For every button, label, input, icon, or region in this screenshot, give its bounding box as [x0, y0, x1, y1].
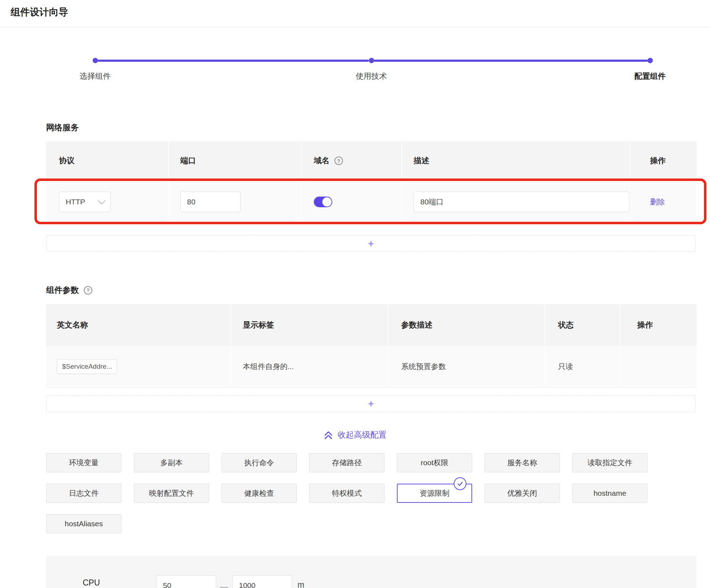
- page-title: 组件设计向导: [11, 6, 68, 18]
- chip-replicas[interactable]: 多副本: [134, 453, 209, 472]
- protocol-select[interactable]: HTTP: [59, 192, 111, 212]
- protocol-cell: HTTP: [46, 180, 169, 223]
- chip-graceful-shutdown[interactable]: 优雅关闭: [485, 484, 560, 503]
- col-header-en-name: 英文名称: [46, 304, 231, 346]
- chip-read-specified-file[interactable]: 读取指定文件: [572, 453, 648, 472]
- cpu-min-input[interactable]: [163, 581, 209, 588]
- stepper-line-2: [374, 60, 648, 62]
- domain-help-icon[interactable]: ?: [334, 156, 343, 165]
- port-cell: [169, 180, 302, 223]
- component-params-title-text: 组件参数: [46, 285, 79, 296]
- collapse-advanced-config-label: 收起高级配置: [338, 429, 387, 440]
- param-label-cell: 本组件自身的...: [231, 346, 388, 387]
- domain-cell: [302, 180, 402, 223]
- port-input[interactable]: [187, 198, 234, 206]
- action-cell: 删除: [630, 180, 697, 223]
- chip-service-name[interactable]: 服务名称: [485, 453, 560, 472]
- network-service-row: HTTP 删除: [46, 180, 697, 224]
- component-design-wizard: 组件设计向导 选择组件 使用技术 配置组件 网络服务 协议 端口 域名 ? 描述: [0, 0, 710, 588]
- chip-map-config-file[interactable]: 映射配置文件: [134, 484, 209, 503]
- cpu-max-input[interactable]: [239, 581, 285, 588]
- col-header-protocol: 协议: [46, 141, 169, 180]
- domain-toggle[interactable]: [314, 197, 332, 207]
- protocol-select-value: HTTP: [66, 198, 85, 206]
- description-input[interactable]: [420, 198, 623, 206]
- param-desc-cell: 系统预置参数: [388, 346, 545, 387]
- toggle-knob: [322, 197, 332, 207]
- stepper-dot-2: [369, 58, 374, 63]
- chip-storage-path[interactable]: 存储路径: [309, 453, 384, 472]
- col-header-status: 状态: [545, 304, 621, 346]
- chip-hostaliases[interactable]: hostAliases: [46, 514, 121, 533]
- network-service-title-text: 网络服务: [46, 122, 79, 133]
- add-network-service-button[interactable]: +: [46, 235, 696, 252]
- chip-row-1: 环境变量 多副本 执行命令 存储路径 root权限 服务名称 读取指定文件: [46, 453, 697, 472]
- chip-resource-limit-label: 资源限制: [420, 488, 449, 498]
- cpu-max-input-wrap: [232, 575, 292, 588]
- param-action-cell: [621, 346, 697, 387]
- component-params-section-title: 组件参数 ?: [46, 285, 92, 296]
- stepper-dot-1: [93, 58, 98, 63]
- cpu-unit-label: m: [297, 580, 304, 588]
- double-chevron-up-icon: [323, 430, 333, 440]
- col-header-description: 描述: [402, 141, 630, 180]
- col-header-display-label: 显示标签: [231, 304, 388, 346]
- chip-resource-limit[interactable]: 资源限制: [397, 484, 472, 503]
- col-header-param-desc: 参数描述: [388, 304, 545, 346]
- chip-root-permission[interactable]: root权限: [397, 453, 472, 472]
- col-header-action: 操作: [630, 141, 697, 180]
- component-params-help-icon[interactable]: ?: [84, 286, 92, 295]
- param-name-tag: $ServiceAddre...: [57, 359, 117, 374]
- check-badge-icon: [454, 477, 466, 490]
- chip-log-file[interactable]: 日志文件: [46, 484, 121, 503]
- plus-icon: +: [368, 399, 374, 409]
- network-service-table-header: 协议 端口 域名 ? 描述 操作: [46, 141, 697, 180]
- network-service-table: 协议 端口 域名 ? 描述 操作 HTTP: [46, 141, 697, 224]
- description-input-wrap: [414, 192, 629, 212]
- chip-hostname[interactable]: hostname: [572, 484, 648, 503]
- chip-row-2: 日志文件 映射配置文件 健康检查 特权模式 资源限制 优雅关闭 hostname: [46, 484, 697, 503]
- stepper-dot-3: [648, 58, 653, 63]
- chip-health-check[interactable]: 健康检查: [222, 484, 297, 503]
- stepper-line-1: [98, 60, 369, 62]
- step-label-select-component: 选择组件: [56, 71, 134, 82]
- header-divider: [0, 27, 710, 27]
- component-params-table-header: 英文名称 显示标签 参数描述 状态 操作: [46, 304, 697, 346]
- add-param-button[interactable]: +: [46, 395, 696, 412]
- resource-limits-panel: CPU — m: [46, 556, 697, 588]
- cpu-label: CPU: [83, 578, 100, 588]
- col-header-domain: 域名 ?: [302, 141, 402, 180]
- param-name-cell: $ServiceAddre...: [46, 346, 231, 387]
- range-separator: —: [220, 582, 228, 588]
- chip-row-3: hostAliases: [46, 514, 697, 533]
- chevron-down-icon: [98, 197, 105, 204]
- network-service-section-title: 网络服务: [46, 122, 79, 133]
- collapse-advanced-config-link[interactable]: 收起高级配置: [0, 429, 710, 440]
- chip-privileged-mode[interactable]: 特权模式: [309, 484, 384, 503]
- cpu-min-input-wrap: [156, 575, 216, 588]
- port-input-wrap: [180, 192, 241, 212]
- col-header-port: 端口: [169, 141, 302, 180]
- step-label-configure-component: 配置组件: [611, 71, 689, 82]
- col-header-param-action: 操作: [621, 304, 697, 346]
- delete-link[interactable]: 删除: [650, 197, 665, 207]
- chip-env-vars[interactable]: 环境变量: [46, 453, 121, 472]
- description-cell: [402, 180, 630, 223]
- component-params-table: 英文名称 显示标签 参数描述 状态 操作 $ServiceAddre... 本组…: [46, 304, 697, 388]
- chip-exec-command[interactable]: 执行命令: [222, 453, 297, 472]
- step-label-use-technology: 使用技术: [332, 71, 410, 82]
- component-params-row: $ServiceAddre... 本组件自身的... 系统预置参数 只读: [46, 346, 697, 388]
- advanced-config-chips: 环境变量 多副本 执行命令 存储路径 root权限 服务名称 读取指定文件 日志…: [46, 453, 697, 533]
- param-status-cell: 只读: [545, 346, 621, 387]
- plus-icon: +: [368, 238, 374, 249]
